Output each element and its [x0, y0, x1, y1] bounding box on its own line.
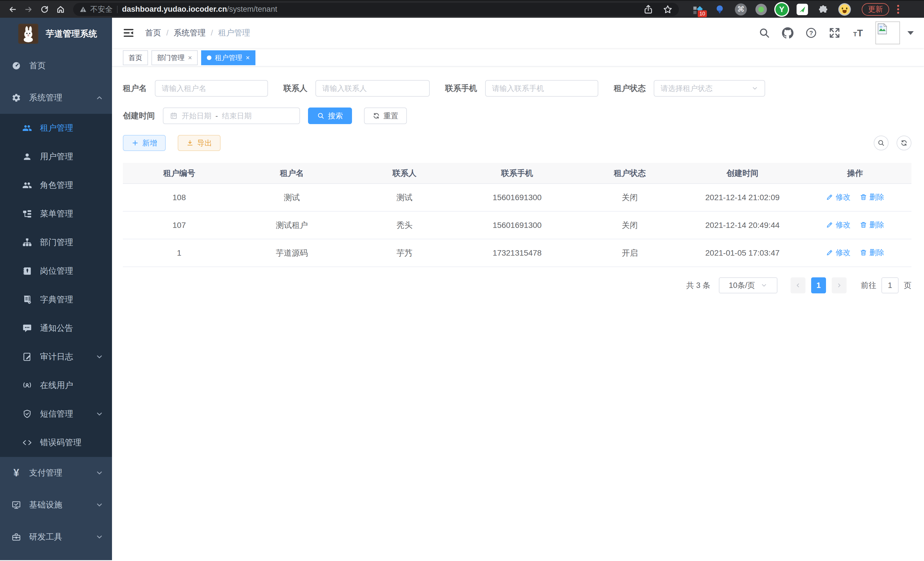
user-avatar[interactable]	[875, 21, 900, 44]
browser-update-button[interactable]: 更新	[862, 3, 889, 16]
chevron-down-icon	[95, 469, 104, 477]
fullscreen-icon[interactable]	[829, 27, 841, 39]
sidebar-item-notice[interactable]: 通知公告	[0, 314, 112, 343]
tab-dept[interactable]: 部门管理 ×	[152, 50, 198, 65]
browser-menu-icon[interactable]	[897, 5, 899, 14]
sidebar-item-system[interactable]: 系统管理	[0, 82, 112, 114]
sidebar-item-sms[interactable]: 短信管理	[0, 400, 112, 428]
github-icon[interactable]	[782, 27, 794, 39]
bookmark-star-icon[interactable]	[663, 5, 673, 14]
delete-link[interactable]: 删除	[860, 220, 884, 230]
cell-phone: 15601691300	[461, 183, 573, 211]
refresh-table-button[interactable]	[897, 135, 911, 150]
sidebar-item-dept[interactable]: 部门管理	[0, 228, 112, 257]
sidebar-item-infra[interactable]: 基础设施	[0, 489, 112, 521]
browser-back-button[interactable]	[5, 2, 20, 17]
sidebar-item-role[interactable]: 角色管理	[0, 171, 112, 200]
col-status: 租户状态	[573, 163, 686, 183]
sidebar-item-label: 错误码管理	[40, 437, 104, 448]
next-page-button[interactable]	[832, 277, 847, 293]
goto-page-input[interactable]	[881, 277, 898, 293]
edit-link[interactable]: 修改	[826, 220, 850, 230]
delete-link[interactable]: 删除	[860, 248, 884, 258]
browser-reload-button[interactable]	[37, 2, 52, 17]
page-unit-label: 页	[904, 280, 911, 290]
breadcrumb-separator: /	[166, 28, 169, 38]
search-icon	[878, 139, 885, 147]
trash-icon	[860, 193, 867, 201]
share-icon[interactable]	[644, 5, 653, 14]
app-logo-row[interactable]: 芋道管理系统	[0, 18, 112, 50]
extension-chat-icon[interactable]	[796, 4, 808, 15]
sidebar-item-devtools[interactable]: 研发工具	[0, 521, 112, 553]
user-menu-caret-icon[interactable]	[908, 31, 914, 38]
sidebar-collapse-icon[interactable]	[122, 27, 135, 39]
breadcrumb-system[interactable]: 系统管理	[174, 27, 206, 38]
sidebar-item-dict[interactable]: 字典管理	[0, 285, 112, 314]
delete-link[interactable]: 删除	[860, 192, 884, 202]
sidebar-item-tenant[interactable]: 租户管理	[0, 114, 112, 142]
sidebar-item-post[interactable]: 岗位管理	[0, 257, 112, 285]
extension-balloon-icon[interactable]	[713, 3, 726, 16]
extension-downloads-icon[interactable]: 10	[692, 3, 705, 16]
extension-command-icon[interactable]: ⌘	[735, 3, 747, 15]
sidebar-item-audit-log[interactable]: 审计日志	[0, 343, 112, 371]
date-start-placeholder[interactable]: 开始日期	[182, 111, 212, 121]
prev-page-button[interactable]	[790, 277, 806, 293]
download-icon	[186, 139, 194, 147]
tab-close-icon[interactable]: ×	[246, 54, 250, 61]
reset-button[interactable]: 重置	[364, 108, 407, 124]
badge-tie-icon	[22, 266, 32, 276]
pencil-icon	[826, 221, 833, 229]
add-button[interactable]: 新增	[123, 135, 166, 151]
chevron-left-icon	[795, 282, 801, 289]
header-search-icon[interactable]	[758, 27, 770, 39]
address-bar[interactable]: 不安全 dashboard.yudao.iocoder.cn/system/te…	[73, 3, 679, 16]
people-icon	[22, 123, 32, 133]
edit-link[interactable]: 修改	[826, 248, 850, 258]
breadcrumb-home[interactable]: 首页	[145, 27, 161, 38]
status-select[interactable]	[654, 80, 765, 97]
contact-input[interactable]	[322, 84, 423, 93]
sidebar-item-error-code[interactable]: 错误码管理	[0, 428, 112, 457]
sidebar-item-label: 角色管理	[40, 180, 104, 191]
help-icon[interactable]: ?	[805, 27, 817, 39]
toggle-search-button[interactable]	[874, 135, 889, 150]
profile-avatar-emoji[interactable]	[838, 3, 851, 16]
sidebar-item-menu[interactable]: 菜单管理	[0, 200, 112, 228]
extension-y-icon[interactable]: Y	[776, 3, 788, 16]
page-number-1[interactable]: 1	[811, 277, 826, 293]
tenant-name-input[interactable]	[162, 84, 261, 93]
search-button[interactable]: 搜索	[308, 108, 352, 124]
sidebar-item-user[interactable]: 用户管理	[0, 142, 112, 171]
broken-image-icon	[877, 23, 887, 35]
sidebar-item-online-users[interactable]: 在线用户	[0, 371, 112, 400]
edit-link[interactable]: 修改	[826, 192, 850, 202]
tab-tenant[interactable]: 租户管理 ×	[201, 50, 255, 65]
sidebar-item-home[interactable]: 首页	[0, 50, 112, 82]
browser-home-button[interactable]	[53, 2, 68, 17]
extensions-puzzle-icon[interactable]	[817, 3, 830, 16]
sidebar-item-payment[interactable]: ¥ 支付管理	[0, 457, 112, 489]
security-label[interactable]: 不安全	[90, 4, 112, 14]
sidebar-item-label: 在线用户	[40, 380, 104, 391]
url-path: /system/tenant	[227, 5, 278, 14]
date-range-picker[interactable]: 开始日期 - 结束日期	[163, 108, 300, 124]
phone-input[interactable]	[492, 84, 591, 93]
browser-forward-button[interactable]	[21, 2, 36, 17]
status-select-input[interactable]	[661, 84, 752, 93]
sidebar-item-label: 研发工具	[29, 531, 87, 543]
refresh-icon	[900, 139, 908, 147]
gear-icon	[11, 93, 21, 103]
trash-icon	[860, 221, 867, 229]
cell-created: 2021-01-05 17:03:47	[686, 239, 799, 267]
export-button[interactable]: 导出	[178, 135, 220, 151]
font-size-icon[interactable]: TT	[852, 27, 864, 39]
toolbox-icon	[11, 532, 21, 542]
tab-close-icon[interactable]: ×	[188, 54, 192, 61]
page-size-select[interactable]: 10条/页	[719, 277, 777, 293]
table-header-row: 租户编号 租户名 联系人 联系手机 租户状态 创建时间 操作	[123, 163, 911, 183]
extension-recorder-icon[interactable]	[755, 4, 767, 15]
date-end-placeholder[interactable]: 结束日期	[222, 111, 252, 121]
tab-home[interactable]: 首页	[123, 50, 148, 65]
